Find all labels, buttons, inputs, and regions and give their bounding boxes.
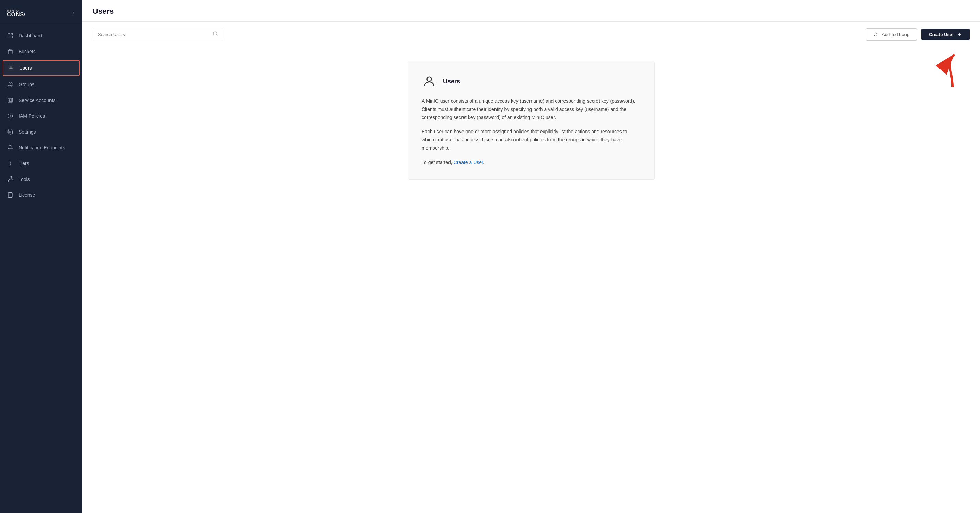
logo-mini: MIN|O CONSOLE [7, 8, 25, 18]
tools-icon [7, 176, 14, 183]
svg-point-7 [10, 66, 12, 68]
sidebar-item-notification-endpoints[interactable]: Notification Endpoints [0, 140, 83, 156]
dashboard-icon [7, 32, 14, 39]
svg-rect-3 [11, 33, 13, 35]
sidebar-item-tools[interactable]: Tools [0, 171, 83, 187]
sidebar-item-label: Tiers [19, 161, 29, 166]
sidebar-item-service-accounts[interactable]: Service Accounts [0, 92, 83, 108]
settings-icon [7, 128, 14, 135]
sidebar-collapse-button[interactable]: ‹ [71, 9, 76, 17]
svg-rect-2 [8, 33, 10, 35]
sidebar-item-label: Notification Endpoints [19, 145, 65, 150]
add-group-icon [873, 32, 879, 37]
sidebar-item-buckets[interactable]: Buckets [0, 44, 83, 59]
license-icon [7, 191, 14, 199]
svg-text:CONSOLE: CONSOLE [7, 12, 25, 17]
info-paragraph-1: A MinIO user consists of a unique access… [422, 97, 641, 121]
sidebar-item-tiers[interactable]: Tiers [0, 156, 83, 171]
sidebar-item-label: Users [19, 65, 32, 71]
toolbar: Add To Group Create User [83, 22, 980, 48]
users-icon [8, 65, 14, 72]
user-icon-large [422, 74, 437, 89]
add-to-group-button[interactable]: Add To Group [865, 28, 917, 40]
create-user-button[interactable]: Create User [921, 29, 970, 40]
svg-point-13 [10, 131, 11, 133]
page-header: Users [83, 0, 980, 22]
arrow-annotation [929, 51, 959, 90]
create-user-link[interactable]: Create a User [453, 160, 483, 165]
svg-point-16 [10, 165, 11, 166]
info-card: Users A MinIO user consists of a unique … [407, 61, 655, 180]
sidebar-item-label: IAM Policies [19, 113, 45, 119]
tiers-icon [7, 160, 14, 167]
search-box [93, 28, 223, 41]
info-card-header: Users [422, 74, 641, 89]
svg-point-30 [427, 77, 431, 81]
svg-point-11 [9, 100, 10, 100]
svg-rect-4 [8, 37, 10, 38]
iam-icon [7, 113, 14, 119]
sidebar-nav: Dashboard Buckets Users Groups [0, 24, 83, 513]
sidebar-item-iam-policies[interactable]: IAM Policies [0, 108, 83, 124]
page-title: Users [93, 7, 970, 16]
svg-line-24 [216, 35, 217, 36]
search-input[interactable] [98, 32, 210, 37]
svg-point-9 [11, 83, 13, 84]
sidebar-item-label: Settings [19, 129, 36, 135]
sidebar-item-label: Groups [19, 82, 34, 87]
sidebar-item-dashboard[interactable]: Dashboard [0, 28, 83, 44]
info-card-body: A MinIO user consists of a unique access… [422, 97, 641, 167]
notification-icon [7, 144, 14, 151]
main-content: Users Add To Group Create User [83, 0, 980, 513]
info-paragraph-2: Each user can have one or more assigned … [422, 128, 641, 152]
sidebar-item-users[interactable]: Users [3, 60, 80, 76]
sidebar-item-groups[interactable]: Groups [0, 76, 83, 92]
service-accounts-icon [7, 97, 14, 104]
svg-point-23 [213, 32, 217, 35]
groups-icon [7, 81, 14, 88]
sidebar-item-label: Buckets [19, 49, 36, 54]
sidebar-item-label: Dashboard [19, 33, 42, 38]
info-paragraph-3: To get started, Create a User. [422, 159, 641, 167]
svg-rect-5 [11, 37, 13, 38]
svg-point-8 [9, 83, 11, 84]
info-card-title: Users [443, 78, 460, 85]
sidebar-item-license[interactable]: License [0, 187, 83, 203]
sidebar-item-settings[interactable]: Settings [0, 124, 83, 140]
sidebar: MIN|O CONSOLE ‹ Dashboard Buckets [0, 0, 83, 513]
sidebar-item-label: Service Accounts [19, 97, 55, 103]
content-area: Users A MinIO user consists of a unique … [83, 48, 980, 513]
logo: MIN|O CONSOLE [7, 8, 25, 18]
svg-point-14 [10, 161, 11, 162]
search-icon [213, 31, 218, 38]
svg-point-15 [10, 163, 11, 164]
plus-icon [957, 32, 962, 37]
sidebar-item-label: Tools [19, 177, 30, 182]
sidebar-item-label: License [19, 192, 35, 198]
svg-point-25 [875, 33, 876, 34]
sidebar-logo: MIN|O CONSOLE ‹ [0, 0, 83, 24]
buckets-icon [7, 48, 14, 55]
